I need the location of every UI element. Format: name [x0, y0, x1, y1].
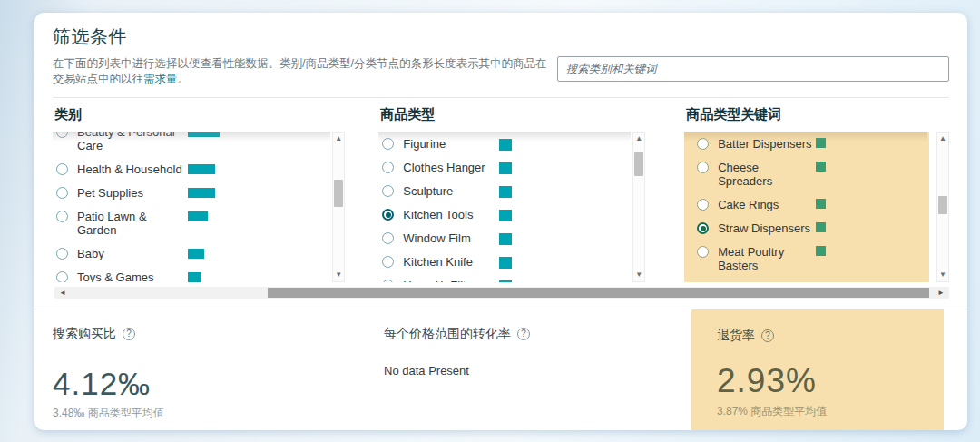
category-listwrap: Beauty & Personal CareHealth & Household… [53, 132, 345, 282]
scroll-right-icon[interactable]: ► [935, 287, 947, 299]
keywords-listwrap: Batter DispensersCheese SpreadersCake Ri… [684, 132, 949, 282]
list-item[interactable]: Baby [56, 247, 345, 260]
radio-icon[interactable] [382, 162, 394, 173]
list-item[interactable]: Cheese Spreaders [697, 161, 929, 188]
metric-label: 退货率? [717, 328, 944, 344]
vertical-scrollbar[interactable]: ▲ ▼ [632, 132, 645, 282]
scroll-left-icon[interactable]: ◄ [56, 287, 69, 299]
radio-selected-icon[interactable] [697, 222, 709, 234]
scroll-up-icon[interactable]: ▲ [633, 133, 644, 144]
filter-columns: 类别 Beauty & Personal CareHealth & Househ… [53, 106, 949, 282]
intro-text: 在下面的列表中进行选择以便查看性能数据。类别/商品类型/分类节点的条形长度表示其… [53, 56, 557, 87]
radio-icon[interactable] [56, 211, 68, 222]
list-item[interactable]: Sculpture [382, 184, 645, 198]
list-item[interactable]: Health & Household [56, 162, 345, 176]
metrics-row: 搜索购买比? 4.12‰ 3.48‰ 商品类型平均值 每个价格范围的转化率? N… [34, 309, 967, 430]
scrollbar-thumb[interactable] [634, 152, 643, 176]
radio-icon[interactable] [382, 138, 394, 150]
demand-bar [499, 210, 512, 221]
list-item-label: Clothes Hanger [403, 161, 499, 174]
scroll-up-icon[interactable]: ▲ [333, 133, 344, 144]
column-header-keywords: 商品类型关键词 [684, 106, 949, 123]
list-item[interactable]: Beauty & Personal Care [56, 132, 345, 152]
radio-icon[interactable] [697, 246, 709, 258]
demand-bar [188, 211, 208, 221]
list-item-label: Cheese Spreaders [718, 161, 816, 188]
help-icon[interactable]: ? [517, 328, 530, 340]
search-input[interactable] [557, 56, 949, 82]
metric-label-text: 搜索购买比 [53, 326, 116, 340]
vertical-scrollbar[interactable]: ▲ ▼ [936, 132, 949, 282]
column-product-type: 商品类型 FigurineClothes HangerSculptureKitc… [378, 106, 645, 282]
radio-icon[interactable] [382, 280, 394, 282]
radio-icon[interactable] [382, 256, 394, 268]
demand-bar [188, 164, 215, 174]
list-item-label: Batter Dispensers [718, 137, 816, 151]
radio-icon[interactable] [56, 132, 68, 138]
list-item-label: Cake Rings [718, 198, 816, 211]
demand-bar [188, 249, 204, 259]
list-item[interactable]: Kitchen Tools [382, 208, 645, 221]
scroll-down-icon[interactable]: ▼ [633, 270, 644, 280]
radio-icon[interactable] [56, 187, 68, 199]
list-item[interactable]: Patio Lawn & Garden [56, 210, 345, 237]
intro-text-before: 在下面的列表中进行选择以便查看性能数据。类别/商品类型/分类节点的条形长度表示其… [53, 57, 546, 85]
list-item[interactable]: Straw Dispensers [697, 221, 929, 235]
scroll-down-icon[interactable]: ▼ [937, 270, 948, 280]
list-item[interactable]: Toys & Games [56, 270, 345, 282]
scrollbar-thumb[interactable] [938, 196, 947, 214]
list-item-label: Straw Dispensers [718, 221, 816, 235]
list-item-label: Pet Supplies [77, 186, 188, 200]
filter-panel: 筛选条件 在下面的列表中进行选择以便查看性能数据。类别/商品类型/分类节点的条形… [34, 13, 967, 430]
radio-selected-icon[interactable] [382, 209, 394, 221]
demand-bar [816, 246, 826, 256]
demand-bar [188, 272, 201, 282]
radio-icon[interactable] [697, 199, 709, 211]
page-title: 筛选条件 [53, 25, 949, 49]
demand-bar [816, 222, 826, 232]
scroll-up-icon[interactable]: ▲ [937, 133, 948, 144]
column-category: 类别 Beauty & Personal CareHealth & Househ… [53, 106, 345, 282]
list-item[interactable]: Cake Rings [697, 198, 929, 211]
help-icon[interactable]: ? [761, 329, 774, 342]
column-header-product-type: 商品类型 [378, 106, 645, 123]
list-item[interactable]: Pet Supplies [56, 186, 345, 200]
help-icon[interactable]: ? [122, 328, 135, 340]
product-type-list: FigurineClothes HangerSculptureKitchen T… [378, 132, 645, 282]
list-item[interactable]: Kitchen Knife [382, 255, 645, 269]
radio-icon[interactable] [56, 163, 68, 175]
list-item-label: Window Film [403, 231, 499, 245]
radio-icon[interactable] [697, 162, 709, 173]
demand-bar [499, 162, 512, 174]
horizontal-scrollbar[interactable]: ◄ ► [54, 287, 949, 299]
list-item-label: Hvac Air Filter [403, 279, 499, 282]
list-item[interactable]: Meat Poultry Basters [697, 245, 929, 272]
metric-label: 每个价格范围的转化率? [384, 326, 691, 342]
intro-row: 在下面的列表中进行选择以便查看性能数据。类别/商品类型/分类节点的条形长度表示其… [53, 56, 949, 87]
radio-icon[interactable] [56, 248, 68, 260]
demand-bar [499, 280, 512, 282]
list-item[interactable]: Batter Dispensers [697, 137, 929, 151]
demand-link[interactable]: 需求量 [143, 73, 178, 85]
radio-icon[interactable] [382, 232, 394, 244]
metric-search-purchase-ratio: 搜索购买比? 4.12‰ 3.48‰ 商品类型平均值 [53, 309, 384, 430]
list-item[interactable]: Figurine [382, 137, 645, 151]
radio-icon[interactable] [382, 185, 394, 197]
radio-icon[interactable] [56, 271, 68, 282]
radio-icon[interactable] [697, 138, 709, 150]
list-item[interactable]: Hvac Air Filter [382, 279, 645, 282]
scroll-down-icon[interactable]: ▼ [333, 270, 344, 280]
metric-label: 搜索购买比? [53, 326, 384, 342]
list-item-label: Kitchen Knife [403, 255, 499, 269]
vertical-scrollbar[interactable]: ▲ ▼ [332, 132, 345, 282]
list-item[interactable]: Clothes Hanger [382, 161, 645, 174]
no-data-text: No data Present [384, 364, 691, 378]
metric-label-text: 退货率 [717, 328, 755, 342]
metric-average: 3.48‰ 商品类型平均值 [53, 406, 384, 421]
header-divider [53, 97, 949, 98]
intro-text-after: 。 [178, 73, 190, 85]
scrollbar-thumb[interactable] [268, 288, 929, 298]
list-item-label: Kitchen Tools [403, 208, 499, 221]
scrollbar-thumb[interactable] [334, 180, 343, 207]
list-item[interactable]: Window Film [382, 231, 645, 245]
